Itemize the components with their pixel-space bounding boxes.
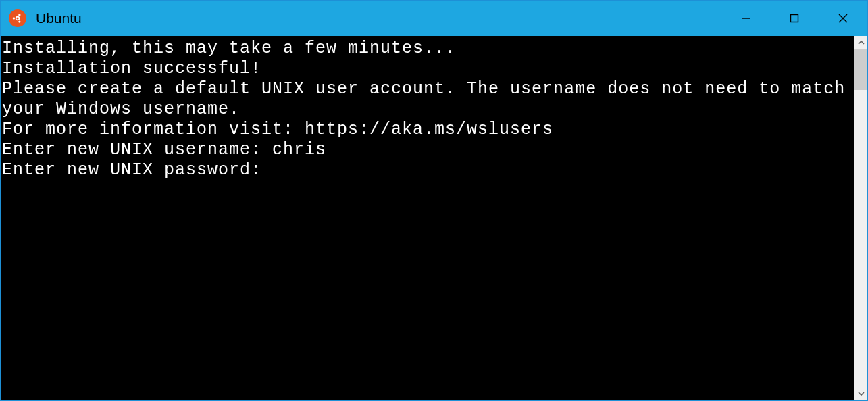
svg-point-3 — [18, 20, 20, 22]
ubuntu-logo-svg — [11, 12, 24, 24]
close-button[interactable] — [819, 1, 867, 36]
maximize-icon — [789, 13, 800, 24]
maximize-button[interactable] — [770, 1, 819, 36]
scrollbar-track[interactable] — [854, 49, 867, 387]
terminal-line: Installation successful! — [2, 59, 261, 78]
svg-point-1 — [13, 17, 15, 19]
title-bar[interactable]: Ubuntu — [1, 1, 867, 36]
terminal-line: Installing, this may take a few minutes.… — [2, 39, 456, 58]
terminal-line: Enter new UNIX password: — [2, 160, 261, 180]
terminal-line: Please create a default UNIX user accoun… — [2, 79, 854, 119]
window-controls — [721, 1, 867, 36]
terminal-line: Enter new UNIX username: chris — [2, 140, 326, 160]
close-icon — [838, 13, 848, 24]
scroll-down-button[interactable] — [854, 387, 867, 400]
minimize-icon — [740, 13, 751, 24]
svg-rect-5 — [791, 15, 798, 22]
app-window: Ubuntu Installing, this may take a few m… — [0, 0, 868, 401]
scroll-up-button[interactable] — [854, 36, 867, 49]
svg-point-0 — [16, 17, 20, 20]
chevron-down-icon — [857, 390, 865, 398]
chevron-up-icon — [857, 39, 865, 47]
minimize-button[interactable] — [721, 1, 770, 36]
vertical-scrollbar[interactable] — [854, 36, 867, 400]
client-area: Installing, this may take a few minutes.… — [1, 36, 867, 400]
svg-point-2 — [18, 14, 20, 16]
scrollbar-thumb[interactable] — [854, 49, 867, 90]
ubuntu-logo-icon — [9, 9, 26, 27]
terminal-line: For more information visit: https://aka.… — [2, 120, 553, 139]
terminal-output[interactable]: Installing, this may take a few minutes.… — [1, 36, 854, 400]
window-title: Ubuntu — [36, 10, 82, 26]
